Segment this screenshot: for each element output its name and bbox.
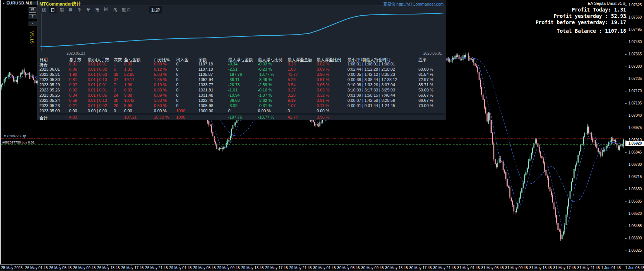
price-label: 1.06455 [628,224,642,228]
price-tick [625,140,627,141]
price-tick [625,251,627,251]
table-cell: 0.01 | 0.01 [88,83,107,87]
time-tick [12,265,12,266]
table-cell: 2023.05.24 [39,98,60,103]
table-cell: 0.01 | 0.02 [88,103,107,108]
price-tick [625,226,627,226]
table-cell: 0.03 [124,62,132,66]
table-cell: 72.97 % [418,77,433,82]
table-cell: 0.19 % [154,83,166,87]
table-cell: 1031.48 [198,93,213,97]
price-axis[interactable]: 1.076251.075601.074951.074301.073651.073… [625,0,644,264]
time-label: 29 May 13:45 [241,266,264,270]
window-inner-border [3,0,3,264]
symbol-dropdown-icon[interactable]: ▼ [2,2,5,5]
table-cell: 37 [114,77,118,82]
panel-minimize-button[interactable]: − [31,1,38,5]
price-label: 1.07625 [628,3,642,7]
time-label: 26 May 17:45 [121,266,144,270]
price-tick [625,67,627,67]
table-cell: -2.51 [228,67,237,71]
table-cell: 1.85 % [154,77,166,82]
time-tick [540,265,540,266]
tp-line-label[interactable]: #682097756 tp [4,134,26,138]
table-cell: -0.10 % [258,88,272,92]
table-cell: 30 [114,98,118,103]
table-cell: 0.27 [288,88,295,92]
symbol-text: EURUSD,M15 [6,1,34,5]
table-cell: 19.17 [124,77,135,82]
table-cell: 4.03 [69,115,77,119]
table-cell: 0.06 [69,67,77,71]
table-cell: 0.01 | 0.63 [88,72,107,77]
table-cell: 0.01 | 0.13 [88,77,107,82]
table-cell: -3.49 % [258,77,272,82]
panel-help-button[interactable]: ? [29,14,36,19]
table-cell: 0.03 % [317,88,329,92]
table-cell: 0 [176,62,178,66]
table-cell: 3.96 % [317,115,329,119]
price-tick [625,165,627,165]
table-cell: 0:00:38 | 3:38:44 | 17:38:12 [347,77,397,82]
table-cell: 0.00 [69,109,77,113]
time-axis[interactable]: 25 May 202326 May 01:4526 May 05:4526 Ma… [0,264,644,271]
time-tick [516,265,516,266]
table-cell: 0.00 | 0.00 [88,109,107,113]
time-tick [276,265,276,266]
panel-confirm-button[interactable]: √ [29,21,36,26]
table-cell: 2023.05.26 [39,88,60,92]
current-price-box: 1.06920 [625,141,644,146]
time-tick [107,265,108,266]
table-cell: 9.08 [124,93,132,97]
table-cell: 0:00:07 | 1:42:58 | 8:28:56 [347,98,395,103]
table-cell: 1.96 [124,83,132,87]
table-cell: 0.00 % [317,109,329,113]
table-cell: 1005.98 [198,103,213,108]
price-label: 1.07495 [628,28,642,32]
time-label: 1 Jun 05:45 [625,266,644,270]
table-cell: 10.72 % [154,115,169,119]
price-label: 1.06975 [628,126,642,130]
table-cell: 0 [228,109,230,113]
panel-move-button[interactable]: 移 [29,7,36,13]
table-cell: 20 [114,103,118,108]
time-label: 26 May 13:45 [97,266,120,270]
table-cell: -1.07 % [258,93,272,97]
table-cell: 0 [176,67,178,71]
table-cell: -36.11 [228,77,239,82]
table-cell: 1.03 [288,67,295,71]
time-tick [588,265,588,266]
profit-yesterday: Profit yesterday : 52.93 [535,13,626,19]
price-tick [625,91,627,91]
table-cell: 1 [114,62,116,66]
time-tick [227,265,228,266]
profit-today: Profit Today: 1.31 [535,7,626,13]
time-tick [612,265,612,266]
table-cell: 0 [176,72,178,77]
price-tick [625,189,627,190]
table-cell: 41.77 [288,115,298,119]
price-label: 1.07040 [628,113,642,117]
time-label: 30 May 05:45 [337,266,360,270]
table-cell: 107.21 [124,115,137,119]
table-cell: 0.91 % [317,98,329,103]
table-cell: 0.23 [288,62,295,66]
time-label: 31 May 01:45 [457,266,480,270]
summary-separator [39,114,445,114]
table-cell: -0.31 % [258,103,272,108]
table-cell: 2023.05.29 [39,83,60,87]
table-cell: -0.34 [228,62,237,66]
table-cell: 0.01 [69,62,77,66]
table-cell: 5.03 % [154,72,166,77]
table-cell: 52.93 [124,72,135,77]
table-cell: 5.98 [124,103,132,108]
table-cell: 1.92 [69,72,77,77]
table-cell: 2023.05.31 [39,72,60,77]
price-label: 1.06650 [628,187,642,191]
statistics-table: 日期总手数最小|大手数次数盈亏金额百分比%出入金余额最大浮亏金额最大浮亏比例最大… [38,0,446,120]
price-label: 1.06845 [628,150,642,154]
price-label: 1.07365 [628,52,642,56]
table-cell: 0.01 | 0.01 [88,62,107,66]
table-cell: 0.07 [69,83,77,87]
buy-line-label[interactable]: #682097756 buy 0.01 [2,141,35,144]
